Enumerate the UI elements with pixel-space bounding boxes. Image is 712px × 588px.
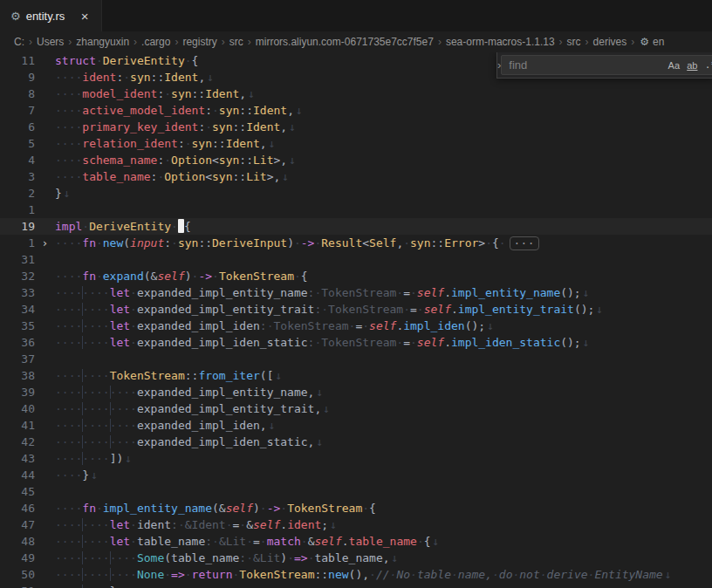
eol-arrow-icon: ↓ (296, 104, 303, 117)
breadcrumb-item[interactable]: Users (36, 36, 65, 48)
code-line[interactable]: 48········let·table_name:·&Lit·=·match·&… (0, 533, 712, 550)
code-line[interactable]: 1 (0, 202, 712, 218)
line-number[interactable]: 8 (0, 85, 35, 102)
whole-word-toggle[interactable]: ab (683, 57, 701, 73)
fold-column (35, 135, 55, 152)
fold-column (35, 284, 55, 301)
line-number[interactable]: 44 (0, 467, 35, 483)
code-line[interactable]: 33········let·expanded_impl_entity_name:… (0, 284, 712, 301)
eol-arrow-icon: ↓ (269, 137, 276, 150)
line-number[interactable]: 51 (0, 583, 35, 588)
code-line[interactable]: 3····table_name:·Option<syn::Lit>,↓ (0, 168, 712, 185)
code-line[interactable]: 34········let·expanded_impl_entity_trait… (0, 301, 712, 318)
code-text: ········])↓ (55, 450, 712, 467)
regex-toggle[interactable]: .* (702, 57, 712, 73)
line-number[interactable]: 9 (0, 69, 35, 85)
line-number[interactable]: 1 (0, 235, 35, 251)
tab-entity-rs[interactable]: ⚙ entity.rs × (0, 0, 102, 31)
code-line[interactable]: 43········])↓ (0, 450, 712, 467)
code-line[interactable]: 4····schema_name:·Option<syn::Lit>,↓ (0, 152, 712, 168)
code-text: ········let·expanded_impl_iden_static:·T… (55, 334, 712, 351)
code-line[interactable]: 38········TokenStream::from_iter([↓ (0, 367, 712, 384)
fold-chevron-icon[interactable]: › (35, 235, 55, 251)
line-number[interactable]: 41 (0, 417, 35, 434)
line-number[interactable]: 47 (0, 516, 35, 533)
breadcrumb-item[interactable]: C: (13, 36, 25, 48)
code-line[interactable]: 51········}; (0, 583, 712, 588)
code-line[interactable]: 5····relation_ident:·syn::Ident,↓ (0, 135, 712, 152)
close-icon[interactable]: × (77, 8, 92, 24)
line-number[interactable]: 46 (0, 500, 35, 516)
code-line[interactable]: 19impl·DeriveEntity·{ (0, 218, 712, 235)
line-number[interactable]: 45 (0, 483, 35, 500)
code-text: ············Some(table_name:·&Lit)·=>·ta… (55, 550, 712, 566)
breadcrumb-item[interactable]: src (566, 36, 582, 48)
line-number[interactable]: 43 (0, 450, 35, 467)
line-number[interactable]: 50 (0, 566, 35, 583)
eol-arrow-icon: ↓ (289, 120, 296, 133)
breadcrumb-item[interactable]: en (653, 36, 664, 48)
breadcrumb-item[interactable]: zhangyuxin (75, 36, 130, 48)
breadcrumb-item[interactable]: derives (592, 36, 628, 48)
find-input[interactable] (507, 58, 664, 72)
code-line[interactable]: 35········let·expanded_impl_iden:·TokenS… (0, 318, 712, 334)
line-number[interactable]: 6 (0, 119, 35, 135)
line-number[interactable]: 38 (0, 367, 35, 384)
line-number[interactable]: 39 (0, 384, 35, 400)
match-case-toggle[interactable]: Aa (665, 57, 682, 73)
line-number[interactable]: 35 (0, 318, 35, 334)
line-number[interactable]: 11 (0, 52, 35, 69)
line-number[interactable]: 3 (0, 168, 35, 185)
line-number[interactable]: 37 (0, 351, 35, 367)
code-text (55, 251, 712, 268)
line-number[interactable]: 36 (0, 334, 35, 351)
line-number[interactable]: 19 (0, 218, 35, 235)
line-number[interactable]: 42 (0, 434, 35, 450)
editor[interactable]: 11struct·DeriveEntity·{9····ident:·syn::… (0, 52, 712, 588)
code-line[interactable]: 36········let·expanded_impl_iden_static:… (0, 334, 712, 351)
code-line[interactable]: 41············expanded_impl_iden,↓ (0, 417, 712, 434)
code-line[interactable]: 45 (0, 483, 712, 500)
folded-code-indicator[interactable]: ··· (510, 236, 540, 250)
code-text (55, 483, 712, 500)
code-line[interactable]: 31 (0, 251, 712, 268)
line-number[interactable]: 34 (0, 301, 35, 318)
line-number[interactable]: 49 (0, 550, 35, 566)
code-line[interactable]: 49············Some(table_name:·&Lit)·=>·… (0, 550, 712, 566)
line-number[interactable]: 1 (0, 202, 35, 218)
code-line[interactable]: 39············expanded_impl_entity_name,… (0, 384, 712, 400)
code-line[interactable]: 44····}↓ (0, 467, 712, 483)
eol-arrow-icon: ↓ (125, 452, 132, 465)
line-number[interactable]: 32 (0, 268, 35, 284)
code-line[interactable]: 1›····fn·new(input:·syn::DeriveInput)·->… (0, 235, 712, 251)
line-number[interactable]: 48 (0, 533, 35, 550)
line-number[interactable]: 7 (0, 102, 35, 119)
line-number[interactable]: 31 (0, 251, 35, 268)
code-line[interactable]: 7····active_model_ident:·syn::Ident,↓ (0, 102, 712, 119)
code-line[interactable]: 32····fn·expand(&self)·->·TokenStream·{ (0, 268, 712, 284)
code-line[interactable]: 37 (0, 351, 712, 367)
code-line[interactable]: 8····model_ident:·syn::Ident,↓ (0, 85, 712, 102)
code-text: ····model_ident:·syn::Ident,↓ (55, 85, 712, 102)
breadcrumb-item[interactable]: sea-orm-macros-1.1.13 (445, 36, 556, 48)
code-line[interactable]: 42············expanded_impl_iden_static,… (0, 434, 712, 450)
code-line[interactable]: 50············None·=>·return·TokenStream… (0, 566, 712, 583)
line-number[interactable]: 40 (0, 400, 35, 417)
find-input-box[interactable]: Aaab.* (501, 55, 712, 75)
code-text: ········}; (55, 583, 712, 588)
code-text: ····fn·expand(&self)·->·TokenStream·{ (55, 268, 712, 284)
line-number[interactable]: 33 (0, 284, 35, 301)
line-number[interactable]: 4 (0, 152, 35, 168)
breadcrumb-item[interactable]: src (229, 36, 244, 48)
code-line[interactable]: 6····primary_key_ident:·syn::Ident,↓ (0, 119, 712, 135)
breadcrumb-item[interactable]: mirrors.aliyun.com-0671735e7cc7f5e7 (255, 36, 435, 48)
breadcrumb-item[interactable]: registry (181, 36, 217, 48)
code-line[interactable]: 47········let·ident:·&Ident·=·&self.iden… (0, 516, 712, 533)
code-line[interactable]: 40············expanded_impl_entity_trait… (0, 400, 712, 417)
code-text: ············expanded_impl_iden,↓ (55, 417, 712, 434)
line-number[interactable]: 5 (0, 135, 35, 152)
breadcrumb-item[interactable]: .cargo (140, 36, 171, 48)
line-number[interactable]: 2 (0, 185, 35, 202)
code-line[interactable]: 2}↓ (0, 185, 712, 202)
code-line[interactable]: 46····fn·impl_entity_name(&self)·->·Toke… (0, 500, 712, 516)
